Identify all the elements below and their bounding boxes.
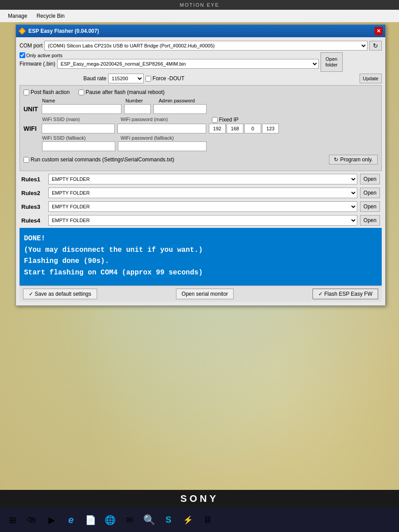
window-content: COM port (COM4) Silicon Labs CP210x USB … [16, 37, 385, 305]
fixed-ip-checkbox[interactable] [212, 117, 218, 123]
wifi-fallback-headers: WiFi SSID (fallback) WiFi password (fall… [42, 135, 378, 141]
baud-select[interactable]: 115200 [108, 74, 144, 83]
taskbar-s[interactable]: S [160, 512, 176, 528]
taskbar-store[interactable]: 🛍 [24, 512, 40, 528]
done-area: DONE! (You may disconnect the unit if yo… [20, 228, 382, 286]
taskbar-chrome[interactable]: 🔍 [141, 512, 157, 528]
unit-admin-input[interactable] [153, 104, 207, 114]
com-port-row: COM port (COM4) Silicon Labs CP210x USB … [20, 41, 382, 51]
rules2-select[interactable]: EMPTY FOLDER [48, 188, 357, 198]
taskbar-media[interactable]: ▶ [43, 512, 59, 528]
rules4-select[interactable]: EMPTY FOLDER [48, 215, 357, 226]
rules1-label: Rules1 [21, 176, 46, 183]
wifi-ssid-main-label: WiFi SSID (main) [42, 117, 115, 123]
only-active-checkbox-label[interactable]: Only active ports [20, 52, 319, 58]
baud-label: Baud rate [83, 75, 106, 82]
firmware-select[interactable]: ESP_Easy_mega-20200426_normal_ESP8266_4M… [57, 59, 319, 69]
taskbar-esp[interactable]: ⚡ [180, 512, 196, 528]
unit-number-input[interactable] [124, 104, 151, 114]
flash-section: Post flash action Pause after flash (man… [20, 85, 382, 171]
post-flash-checkbox[interactable] [23, 90, 29, 95]
motion-eye-title: MOTION EYE [180, 2, 219, 8]
taskbar: ⊞ 🛍 ▶ e 📄 🌐 ✉ 🔍 S ⚡ 🖥 [0, 508, 399, 532]
rules4-row: Rules4 EMPTY FOLDER Open [20, 214, 382, 227]
motion-eye-bar: MOTION EYE [0, 0, 399, 10]
rules1-row: Rules1 EMPTY FOLDER Open [20, 173, 382, 185]
ip1-input[interactable] [209, 124, 226, 133]
open-folder-button[interactable]: Open folder [321, 52, 343, 72]
unit-row: UNIT [23, 104, 378, 114]
baud-row: Baud rate 115200 Force -DOUT Update [20, 74, 382, 83]
wifi-row: WIFI [23, 124, 378, 133]
rules4-label: Rules4 [21, 217, 46, 224]
rules4-open-button[interactable]: Open [360, 215, 380, 226]
done-line3: Flashing done (90s). [24, 256, 377, 267]
wifi-pass-fallback-input[interactable] [118, 141, 207, 151]
rules3-open-button[interactable]: Open [360, 201, 380, 212]
update-button[interactable]: Update [360, 74, 382, 83]
menu-recycle[interactable]: Recycle Bin [33, 12, 68, 20]
ip-group [209, 124, 279, 133]
rules1-select[interactable]: EMPTY FOLDER [48, 174, 357, 184]
app-icon: ⚡ [19, 27, 26, 35]
only-active-checkbox[interactable] [20, 52, 25, 58]
done-line1: DONE! [24, 233, 377, 245]
taskbar-file[interactable]: 📄 [82, 512, 98, 528]
ip2-input[interactable] [227, 124, 243, 133]
number-col-header: Number [125, 98, 159, 103]
app-window: ⚡ ESP Easy Flasher (0.04.007) ✕ COM port… [16, 24, 386, 306]
save-defaults-button[interactable]: ✓ Save as default settings [23, 289, 97, 299]
force-dout-label[interactable]: Force -DOUT [145, 75, 184, 82]
taskbar-mail[interactable]: ✉ [121, 512, 137, 528]
pause-after-label[interactable]: Pause after flash (manual reboot) [78, 89, 164, 95]
ip4-input[interactable] [262, 124, 279, 133]
sony-bar: SONY [0, 490, 399, 508]
program-only-button[interactable]: ↻ Program only. [329, 155, 378, 164]
ip3-input[interactable] [244, 124, 261, 133]
post-flash-label[interactable]: Post flash action [23, 89, 70, 95]
menu-bar: Manage Recycle Bin [0, 10, 399, 22]
sony-logo: SONY [180, 493, 219, 505]
field-headers: Name Number Admin password [42, 98, 378, 103]
rules-section: Rules1 EMPTY FOLDER Open Rules2 EMPTY FO… [20, 173, 382, 227]
serial-cmd-row: Run custom serial commands (Settings\Ser… [23, 155, 378, 164]
rules2-label: Rules2 [21, 190, 46, 196]
firmware-label: Firmware (.bin) [20, 61, 55, 67]
wifi-label: WIFI [23, 125, 39, 132]
rules2-open-button[interactable]: Open [360, 188, 380, 198]
wifi-ssid-main-input[interactable] [42, 124, 115, 133]
force-dout-checkbox[interactable] [145, 76, 151, 82]
fixed-ip-label[interactable]: Fixed IP [212, 117, 239, 123]
wifi-pass-main-label: WiFi password (main) [121, 117, 209, 123]
menu-manage[interactable]: Manage [4, 12, 31, 20]
wifi-pass-main-input[interactable] [117, 124, 206, 133]
firmware-row: Only active ports Firmware (.bin) ESP_Ea… [20, 52, 382, 72]
taskbar-start[interactable]: ⊞ [4, 512, 20, 528]
admin-col-header: Admin password [159, 98, 195, 103]
done-line2: (You may disconnect the unit if you want… [24, 245, 377, 256]
wifi-pass-fallback-label: WiFi password (fallback) [121, 135, 174, 141]
open-monitor-button[interactable]: Open serial monitor [176, 289, 234, 299]
serial-cmd-label[interactable]: Run custom serial commands (Settings\Ser… [23, 156, 174, 163]
rules1-open-button[interactable]: Open [360, 174, 380, 184]
com-port-label: COM port [20, 43, 43, 49]
com-refresh-button[interactable]: ↻ [369, 41, 382, 51]
rules3-row: Rules3 EMPTY FOLDER Open [20, 200, 382, 213]
taskbar-globe[interactable]: 🌐 [102, 512, 118, 528]
serial-cmd-checkbox[interactable] [23, 157, 29, 163]
rules2-row: Rules2 EMPTY FOLDER Open [20, 187, 382, 199]
program-only-refresh-icon: ↻ [334, 156, 338, 163]
taskbar-monitor[interactable]: 🖥 [200, 512, 215, 528]
pause-after-checkbox[interactable] [78, 90, 84, 95]
com-port-select[interactable]: (COM4) Silicon Labs CP210x USB to UART B… [44, 41, 368, 51]
wifi-ssid-fallback-input[interactable] [42, 141, 115, 151]
wifi-ssid-fallback-label: WiFi SSID (fallback) [42, 135, 115, 141]
unit-name-input[interactable] [42, 104, 121, 114]
done-line4: Start flashing on COM4 (approx 99 second… [24, 267, 377, 279]
flash-header: Post flash action Pause after flash (man… [23, 89, 378, 95]
taskbar-edge[interactable]: e [63, 512, 79, 528]
title-bar: ⚡ ESP Easy Flasher (0.04.007) ✕ [16, 25, 385, 37]
flash-fw-button[interactable]: ✓ Flash ESP Easy FW [313, 289, 378, 299]
close-button[interactable]: ✕ [375, 27, 383, 35]
rules3-select[interactable]: EMPTY FOLDER [48, 201, 357, 212]
